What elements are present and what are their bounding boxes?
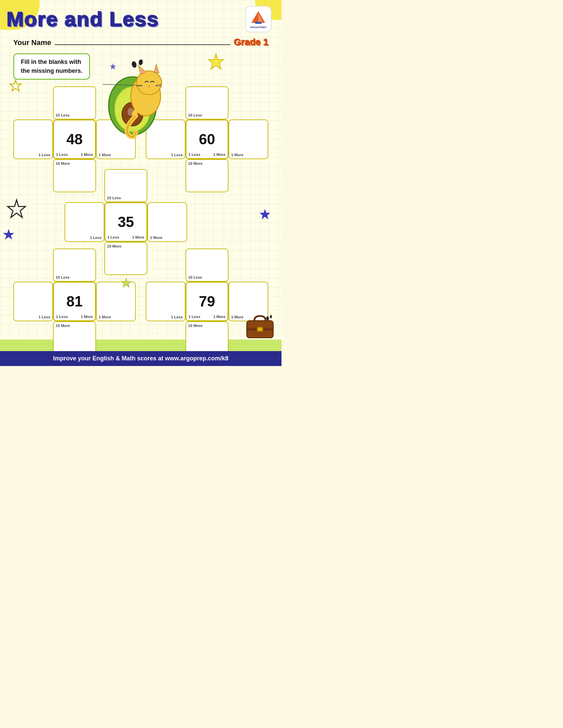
p5-bottom-cell[interactable]: 10 More: [185, 321, 228, 354]
svg-rect-1: [255, 22, 261, 24]
p1-top-cell[interactable]: 10 Less: [53, 86, 96, 119]
instructions-line1: Fill in the blanks with: [21, 59, 81, 65]
p5-left-cell[interactable]: 1 Less: [146, 282, 185, 321]
svg-rect-30: [258, 328, 261, 330]
p4-center-1less: 1 Less: [56, 315, 68, 319]
name-label: Your Name: [13, 38, 51, 47]
p5-center-1more: 1 More: [213, 315, 225, 319]
p4-corner-tr: [96, 249, 136, 282]
instructions-line2: the missing numbers.: [21, 68, 82, 74]
p2-one-more-label: 1 More: [231, 153, 243, 157]
p2-ten-more-label: 10 More: [188, 161, 202, 165]
star-blue-filled-right: [258, 208, 271, 223]
avocado-cat-decoration: [103, 60, 169, 139]
p2-one-less-label: 1 Less: [171, 153, 183, 157]
p2-center-cell: 60 1 Less 1 More: [185, 119, 228, 159]
star-blue-filled-left: [2, 228, 16, 244]
p4-corner-tl: [13, 249, 53, 282]
briefcase-decoration: [245, 313, 275, 340]
p3-center-cell: 35 1 Less 1 More: [104, 202, 147, 242]
p5-ten-more-label: 10 More: [188, 324, 202, 328]
p1-ten-more-label: 10 More: [56, 161, 70, 165]
p5-corner-bl: [146, 321, 185, 354]
header: More and Less ARGOPREP: [0, 0, 282, 34]
p5-corner-tl: [146, 249, 185, 282]
p2-right-cell[interactable]: 1 More: [228, 119, 268, 159]
p4-center-number: 81: [67, 293, 83, 310]
p1-ten-less-label: 10 Less: [56, 113, 70, 117]
star-yellow-small-bottom: [121, 278, 131, 290]
p4-one-less-label: 1 Less: [38, 315, 50, 319]
star-large-yellow: [207, 53, 225, 72]
p3-one-less-label: 1 Less: [90, 236, 102, 240]
page: More and Less ARGOPREP Your Name Grade 1…: [0, 0, 282, 366]
svg-point-26: [138, 60, 143, 66]
svg-point-32: [270, 315, 272, 318]
p3-ten-less-label: 10 Less: [107, 196, 121, 200]
p2-corner-tr: [228, 86, 268, 119]
p1-corner-bl: [13, 159, 53, 192]
p1-left-cell[interactable]: 1 Less: [13, 119, 53, 159]
logo-text: ARGOPREP: [250, 26, 266, 29]
svg-point-15: [136, 71, 162, 95]
p4-center-cell: 81 1 Less 1 More: [53, 282, 96, 321]
p5-center-number: 79: [199, 293, 215, 310]
p2-center-1less: 1 Less: [188, 153, 200, 157]
p3-center-1less: 1 Less: [107, 235, 119, 239]
svg-marker-9: [121, 278, 131, 287]
name-row: Your Name Grade 1: [0, 34, 282, 47]
p1-center-number: 48: [67, 131, 83, 148]
p5-top-cell[interactable]: 10 Less: [185, 249, 228, 282]
p5-ten-less-label: 10 Less: [188, 275, 202, 279]
p3-top-cell[interactable]: 10 Less: [104, 169, 147, 202]
svg-marker-6: [8, 200, 25, 217]
p1-one-less-label: 1 Less: [38, 153, 50, 157]
p4-corner-bl: [13, 321, 53, 354]
grade-label: Grade 1: [234, 37, 268, 47]
svg-point-25: [131, 61, 137, 68]
star-outline-left: [9, 79, 22, 93]
p5-one-less-label: 1 Less: [171, 315, 183, 319]
p1-one-more-label: 1 More: [99, 153, 111, 157]
p5-one-more-label: 1 More: [231, 315, 243, 319]
page-title: More and Less: [7, 9, 159, 29]
p5-corner-tr: [228, 249, 268, 282]
svg-point-31: [266, 316, 269, 320]
p2-center-number: 60: [199, 131, 215, 148]
p4-top-cell[interactable]: 10 Less: [53, 249, 96, 282]
p4-left-cell[interactable]: 1 Less: [13, 282, 53, 321]
p2-ten-less-label: 10 Less: [188, 113, 202, 117]
p3-corner-tl: [65, 169, 104, 202]
p1-center-1less: 1 Less: [56, 153, 68, 157]
instructions-box: Fill in the blanks with the missing numb…: [13, 53, 90, 80]
svg-marker-7: [3, 229, 14, 240]
argoprep-logo: ARGOPREP: [245, 6, 271, 32]
svg-marker-5: [208, 54, 223, 69]
name-input-line[interactable]: [55, 44, 230, 45]
star-large-outline-left: [5, 199, 28, 223]
p3-one-more-label: 1 More: [150, 236, 162, 240]
footer-text: Improve your English & Math scores at ww…: [53, 355, 228, 362]
p2-center-1more: 1 More: [213, 153, 225, 157]
footer: Improve your English & Math scores at ww…: [0, 351, 282, 366]
p4-ten-more-label: 10 More: [56, 324, 70, 328]
p3-corner-tr: [147, 169, 187, 202]
p4-ten-less-label: 10 Less: [56, 275, 70, 279]
p4-corner-br: [96, 321, 136, 354]
p3-center-number: 35: [118, 214, 134, 230]
p4-center-1more: 1 More: [81, 315, 93, 319]
svg-marker-8: [259, 209, 270, 219]
p4-bottom-cell[interactable]: 10 More: [53, 321, 96, 354]
p3-right-cell[interactable]: 1 More: [147, 202, 187, 242]
p5-center-cell: 79 1 Less 1 More: [185, 282, 228, 321]
p4-one-more-label: 1 More: [99, 315, 111, 319]
p3-left-cell[interactable]: 1 Less: [65, 202, 104, 242]
p2-corner-br: [228, 159, 268, 192]
p3-center-1more: 1 More: [132, 235, 144, 239]
p1-center-cell: 48 1 Less 1 More: [53, 119, 96, 159]
p3-ten-more-label: 10 More: [107, 244, 121, 248]
p2-bottom-cell[interactable]: 10 More: [185, 159, 228, 192]
svg-marker-3: [10, 80, 21, 91]
p2-top-cell[interactable]: 10 Less: [185, 86, 228, 119]
puzzle-81: 10 Less 1 Less 81 1 Less 1 More 1 More 1…: [13, 249, 136, 354]
